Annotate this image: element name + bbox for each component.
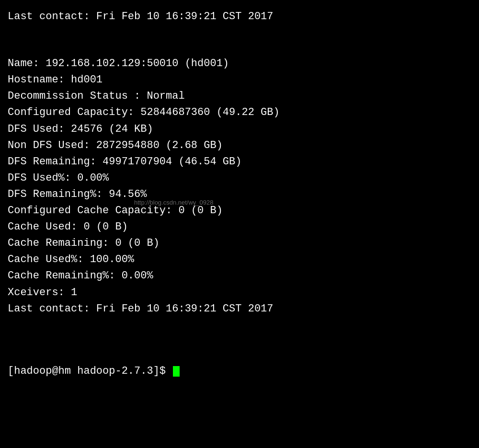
prompt-line[interactable]: [hadoop@hm hadoop-2.7.3]$ [8,363,471,379]
line-cache-used: Cache Used: 0 (0 B) [8,219,471,235]
line-cache-remaining-pct: Cache Remaining%: 0.00% [8,268,471,284]
line-dfs-remaining: DFS Remaining: 49971707904 (46.54 GB) [8,154,471,170]
line-decommission: Decommission Status : Normal [8,88,471,104]
line-non-dfs-used: Non DFS Used: 2872954880 (2.68 GB) [8,138,471,154]
line-hostname: Hostname: hd001 [8,72,471,88]
header-last-contact: Last contact: Fri Feb 10 16:39:21 CST 20… [8,9,471,25]
line-dfs-used-pct: DFS Used%: 0.00% [8,170,471,186]
line-xceivers: Xceivers: 1 [8,285,471,301]
line-cache-used-pct: Cache Used%: 100.00% [8,252,471,268]
line-dfs-used: DFS Used: 24576 (24 KB) [8,121,471,138]
prompt-text: [hadoop@hm hadoop-2.7.3]$ [8,363,172,379]
line-configured-capacity: Configured Capacity: 52844687360 (49.22 … [8,104,471,121]
line-cache-remaining: Cache Remaining: 0 (0 B) [8,235,471,252]
line-last-contact: Last contact: Fri Feb 10 16:39:21 CST 20… [8,301,471,317]
cursor [173,366,180,377]
line-dfs-remaining-pct: DFS Remaining%: 94.56% [8,186,471,203]
terminal-window: Last contact: Fri Feb 10 16:39:21 CST 20… [0,0,479,448]
line-name: Name: 192.168.102.129:50010 (hd001) [8,56,471,72]
line-configured-cache-capacity: Configured Cache Capacity: 0 (0 B) [8,203,471,219]
